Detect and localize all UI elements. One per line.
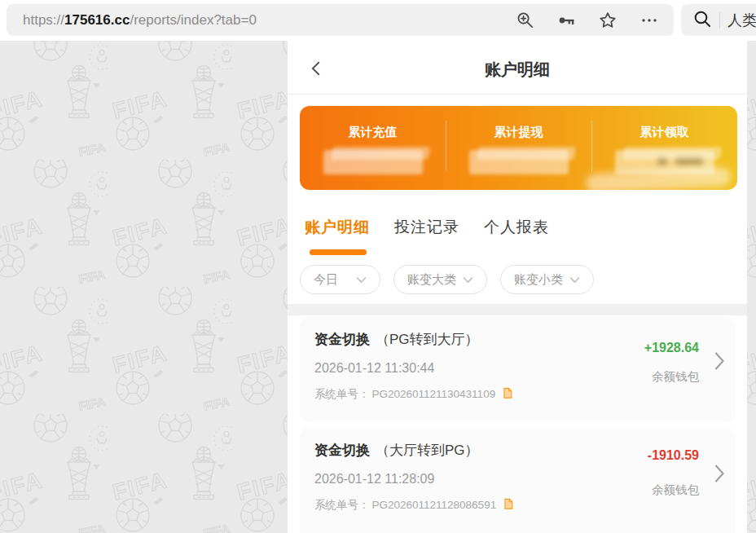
search-icon (692, 9, 712, 32)
filter-label: 账变大类 (407, 272, 456, 288)
section-divider (288, 304, 747, 315)
chevron-down-icon (356, 276, 367, 284)
filter-label: 账变小类 (514, 272, 563, 288)
transaction-order-row: 系统单号：PG202601121130431109 (314, 386, 736, 402)
transaction-row[interactable]: 资金切换（PG转到大厅） 2026-01-12 11:30:44 系统单号：PG… (300, 316, 736, 422)
chevron-right-icon[interactable] (714, 350, 725, 375)
url-prefix: https:// (23, 12, 64, 28)
masked-value (469, 150, 569, 174)
transaction-subtitle: （大厅转到PG） (376, 443, 479, 458)
transaction-order-row: 系统单号：PG202601121128086591 (314, 497, 736, 513)
url-text: https://175616.cc/reports/index?tab=0 (23, 12, 257, 29)
find-bar-text[interactable]: 人类 (727, 11, 756, 30)
filter-date-dropdown[interactable]: 今日 (300, 265, 380, 294)
chevron-down-icon (463, 276, 473, 284)
filter-bar: 今日 账变大类 账变小类 (300, 265, 594, 294)
tab-personal-report[interactable]: 个人报表 (484, 217, 549, 238)
summary-label: 累计领取 (591, 125, 737, 140)
url-domain: 175616.cc (64, 12, 130, 28)
tab-bet-records[interactable]: 投注记录 (394, 217, 459, 238)
transaction-body: 资金切换（大厅转到PG） 2026-01-12 11:28:09 系统单号：PG… (300, 427, 736, 533)
transaction-body: 资金切换（PG转到大厅） 2026-01-12 11:30:44 系统单号：PG… (300, 316, 736, 422)
address-bar[interactable]: https://175616.cc/reports/index?tab=0 (7, 4, 674, 36)
order-number: PG202601121130431109 (372, 388, 496, 400)
transaction-subtitle: （PG转到大厅） (376, 332, 479, 347)
order-label: 系统单号： (314, 498, 370, 513)
order-number: PG202601121128086591 (372, 499, 497, 511)
zoom-in-icon[interactable] (516, 11, 534, 29)
masked-digits (657, 156, 667, 165)
chevron-right-icon[interactable] (714, 463, 725, 487)
page-title: 账户明细 (288, 59, 747, 81)
masked-value (323, 150, 423, 174)
filter-category-major-dropdown[interactable]: 账变大类 (393, 265, 487, 294)
summary-total-deposit: 累计充值 (300, 106, 446, 190)
more-options-icon[interactable] (640, 11, 659, 30)
browser-topbar: https://175616.cc/reports/index?tab=0 (0, 0, 756, 41)
copy-icon[interactable] (501, 386, 512, 402)
transaction-amount: -1910.59 (648, 448, 699, 463)
url-path: /reports/index?tab=0 (130, 12, 256, 28)
tab-bar: 账户明细 投注记录 个人报表 (305, 217, 549, 238)
transaction-type: 资金切换 (314, 443, 370, 458)
transaction-row[interactable]: 资金切换（大厅转到PG） 2026-01-12 11:28:09 系统单号：PG… (300, 427, 736, 533)
filter-category-minor-dropdown[interactable]: 账变小类 (500, 265, 594, 294)
tab-account-detail[interactable]: 账户明细 (305, 217, 370, 238)
screen: https://175616.cc/reports/index?tab=0 (0, 0, 756, 533)
find-bar[interactable]: 人类 (681, 4, 756, 36)
page-header: 账户明细 (288, 41, 747, 95)
transaction-type: 资金切换 (314, 332, 370, 347)
summary-total-withdraw: 累计提现 (446, 106, 591, 190)
active-tab-indicator (310, 249, 367, 255)
transaction-wallet: 余额钱包 (652, 369, 699, 385)
address-bar-icons (516, 11, 659, 30)
transaction-amount-block: +1928.64 余额钱包 (644, 341, 699, 385)
content-panel: 账户明细 累计充值 累计提现 累计领取 账户明细 投注记录 (288, 41, 747, 533)
bookmark-star-icon[interactable] (598, 11, 618, 30)
transaction-amount-block: -1910.59 余额钱包 (648, 448, 699, 498)
summary-label: 累计提现 (446, 125, 591, 140)
summary-card: 累计充值 累计提现 累计领取 (300, 106, 737, 190)
find-bar-divider (719, 12, 720, 29)
transaction-amount: +1928.64 (644, 341, 699, 355)
copy-icon[interactable] (502, 497, 513, 513)
chevron-down-icon (569, 276, 580, 284)
summary-label: 累计充值 (300, 125, 446, 140)
filter-label: 今日 (314, 272, 338, 288)
masked-digits (675, 156, 703, 165)
key-icon[interactable] (556, 11, 576, 30)
order-label: 系统单号： (314, 387, 370, 402)
transaction-wallet: 余额钱包 (652, 482, 699, 498)
